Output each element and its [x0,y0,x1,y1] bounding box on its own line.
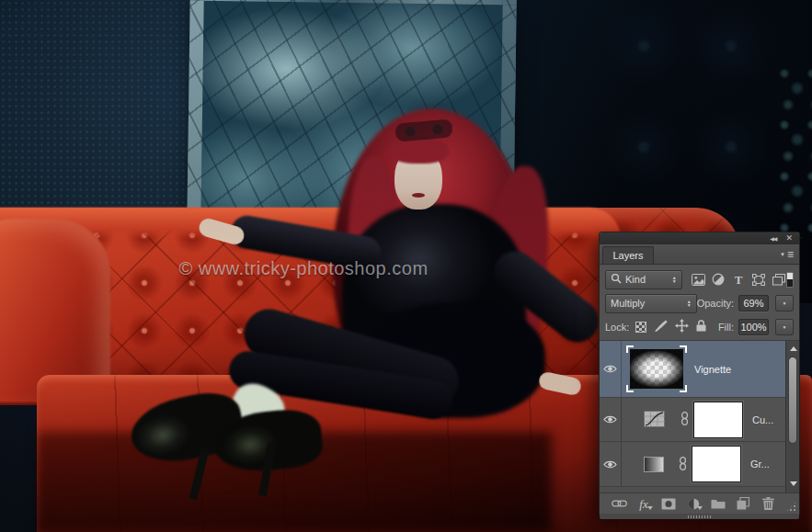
kind-label: Kind [625,274,646,285]
layer-row-curves[interactable]: Cu... [600,398,785,442]
layer-name[interactable]: Cu... [752,414,773,425]
collapse-panel-icon[interactable]: ◀◀ [770,236,776,242]
add-layer-mask-icon[interactable] [660,496,677,511]
selection-corner [680,345,687,353]
blend-mode-dropdown[interactable]: Multiply ▲ ▼ [605,294,697,313]
search-icon [611,273,622,286]
selection-corner [626,385,634,392]
shape-layer-filter-icon[interactable] [752,273,766,287]
lock-position-move-icon[interactable] [675,319,689,334]
panel-drag-handle[interactable] [688,515,712,518]
smart-object-filter-icon[interactable] [772,273,786,287]
layer-name[interactable]: Gr... [750,458,770,470]
lock-label: Lock: [605,322,629,333]
spinner-arrows-icon: ▲ ▼ [668,276,677,284]
visibility-toggle[interactable] [600,442,622,486]
fill-value-field[interactable]: 100% [738,319,769,335]
pixel-layer-filter-icon[interactable] [692,273,705,287]
watermark-text: © www.tricky-photoshop.com [0,258,607,279]
scrollbar-thumb[interactable] [788,357,797,444]
photoshop-workspace: © www.tricky-photoshop.com ◀◀ ✕ Layers ▼… [0,0,812,532]
layer-row-vignette[interactable]: Vignette [600,341,785,398]
eye-icon [603,459,617,470]
tab-label: Layers [612,250,643,261]
visibility-toggle[interactable] [600,398,622,441]
lock-icons [635,319,706,334]
selection-corner [680,385,687,392]
panel-titlebar: ◀◀ ✕ [600,232,799,244]
layer-controls: Kind ▲ ▼ T [600,265,799,340]
panel-bottom-edge [600,514,799,519]
mask-link-icon[interactable] [679,457,687,472]
vignette-transparency-thumb [630,349,683,389]
blend-row: Multiply ▲ ▼ Opacity: 69% ▼ [605,291,794,315]
panel-tab-bar: Layers ▼ ≡ [600,244,799,265]
layer-thumbnail-vignette[interactable] [630,349,683,389]
opacity-label: Opacity: [697,298,734,309]
kind-filter-dropdown[interactable]: Kind ▲ ▼ [605,270,682,289]
filter-icons: T [692,273,786,287]
lock-transparency-icon[interactable] [635,322,646,333]
filter-row: Kind ▲ ▼ T [605,267,794,291]
eye-icon [603,364,617,374]
new-layer-icon[interactable] [735,496,751,511]
curves-adjustment-icon[interactable] [644,411,665,429]
layer-list-scrollbar[interactable] [785,341,799,492]
layers-bottom-toolbar: fx [600,492,799,514]
layer-mask-thumbnail[interactable] [692,446,741,482]
dropdown-arrow [647,506,653,510]
dropdown-arrow [697,506,703,510]
gradient-fill-icon[interactable] [644,457,664,472]
fill-label: Fill: [718,322,734,333]
link-layers-icon[interactable] [611,496,627,511]
scroll-down-arrow[interactable] [786,478,799,490]
selection-corner [626,345,634,353]
visibility-toggle[interactable] [600,341,622,397]
blend-mode-value: Multiply [611,298,645,309]
new-adjustment-layer-icon[interactable] [685,496,702,511]
spinner-arrows-icon: ▲ ▼ [682,300,692,308]
layer-list: Vignette Cu... [600,340,799,492]
eye-icon [603,414,617,424]
lock-all-padlock-icon[interactable] [696,320,706,334]
layer-style-fx-icon[interactable]: fx [635,496,652,511]
fill-dropdown-arrow[interactable]: ▼ [775,319,794,335]
lock-row: Lock: Fill: 100% ▼ [605,315,794,338]
lock-pixels-brush-icon[interactable] [654,320,668,334]
tab-layers[interactable]: Layers [602,246,654,264]
layer-row-gradient[interactable]: Gr... [600,442,785,487]
layer-name[interactable]: Vignette [694,364,731,375]
layer-mask-thumbnail[interactable] [693,402,743,438]
panel-menu-icon[interactable]: ▼ ≡ [780,244,799,264]
close-panel-icon[interactable]: ✕ [785,234,793,243]
delete-layer-trash-icon[interactable] [760,496,776,511]
type-layer-filter-icon[interactable]: T [732,273,746,287]
new-group-folder-icon[interactable] [710,496,726,511]
adjustment-layer-filter-icon[interactable] [712,273,726,287]
mask-link-icon[interactable] [680,412,689,427]
layer-filtering-toggle[interactable] [786,272,794,288]
scroll-up-arrow[interactable] [786,343,799,355]
layers-panel: ◀◀ ✕ Layers ▼ ≡ Kind ▲ [599,232,800,515]
panel-resize-grip[interactable] [785,501,797,513]
opacity-dropdown-arrow[interactable]: ▼ [775,295,794,311]
opacity-value-field[interactable]: 69% [738,295,769,311]
